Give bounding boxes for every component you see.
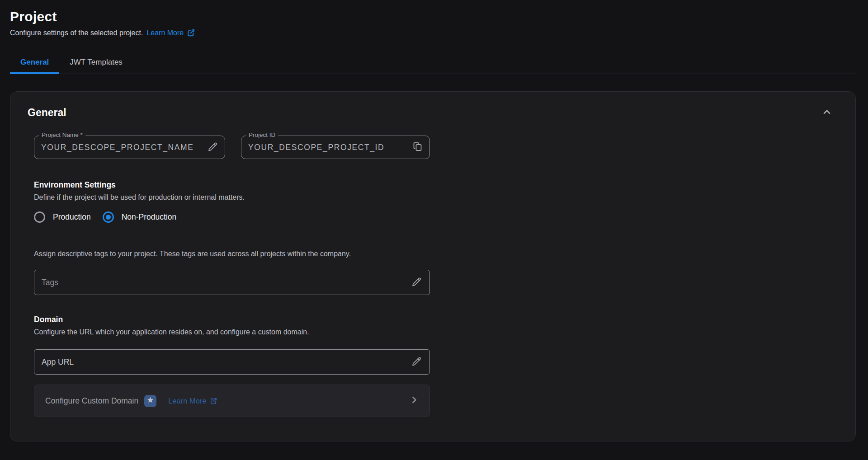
tab-bar: General JWT Templates (10, 53, 856, 74)
external-link-icon (210, 397, 217, 405)
tab-general[interactable]: General (10, 53, 59, 74)
edit-icon (411, 277, 422, 289)
project-settings-page: Project Configure settings of the select… (0, 9, 868, 441)
radio-production-label: Production (53, 212, 91, 222)
page-subtitle: Configure settings of the selected proje… (10, 28, 856, 37)
collapse-card-button[interactable] (820, 105, 834, 120)
project-name-value: YOUR_DESCOPE_PROJECT_NAME (41, 143, 207, 152)
edit-project-name-button[interactable] (207, 141, 219, 155)
edit-icon (208, 141, 218, 154)
project-id-value: YOUR_DESCOPE_PROJECT_ID (248, 143, 411, 152)
page-title: Project (10, 9, 856, 24)
general-settings-card: General Project Name * YOUR_DESCOPE_PROJ… (10, 91, 856, 441)
card-title: General (28, 107, 66, 119)
radio-non-production-label: Non-Production (122, 212, 177, 222)
environment-radio-group: Production Non-Production (34, 211, 430, 223)
star-icon (146, 396, 154, 406)
copy-icon (412, 141, 423, 154)
edit-icon (411, 356, 422, 368)
edit-app-url-button[interactable] (410, 355, 423, 369)
radio-option-production[interactable]: Production (34, 211, 91, 223)
card-header: General (28, 105, 834, 120)
radio-production-unselected[interactable] (34, 211, 45, 223)
project-id-label: Project ID (246, 131, 278, 138)
project-name-label: Project Name * (39, 131, 85, 138)
radio-option-non-production[interactable]: Non-Production (103, 211, 177, 223)
configure-custom-domain-label: Configure Custom Domain (45, 396, 138, 406)
radio-non-production-selected[interactable] (103, 211, 114, 223)
tags-description: Assign descriptive tags to your project.… (34, 250, 430, 258)
card-content: Project Name * YOUR_DESCOPE_PROJECT_NAME… (34, 136, 430, 417)
app-url-input[interactable] (42, 357, 406, 367)
external-link-icon (187, 28, 195, 37)
app-url-field[interactable] (34, 349, 430, 375)
project-id-field: Project ID YOUR_DESCOPE_PROJECT_ID (241, 136, 430, 159)
environment-settings-description: Define if the project will be used for p… (34, 193, 430, 202)
project-fields-row: Project Name * YOUR_DESCOPE_PROJECT_NAME… (34, 136, 430, 159)
environment-settings-heading: Environment Settings (34, 180, 430, 190)
page-subtitle-text: Configure settings of the selected proje… (10, 29, 143, 37)
project-name-field[interactable]: Project Name * YOUR_DESCOPE_PROJECT_NAME (34, 136, 225, 159)
tab-jwt-templates[interactable]: JWT Templates (59, 53, 133, 74)
copy-project-id-button[interactable] (411, 141, 424, 155)
configure-custom-domain-row[interactable]: Configure Custom Domain Learn More (34, 385, 430, 417)
tags-field[interactable] (34, 270, 430, 295)
domain-heading: Domain (34, 315, 430, 324)
premium-star-badge (144, 395, 156, 407)
custom-domain-learn-more-link[interactable]: Learn More (168, 397, 217, 405)
learn-more-link[interactable]: Learn More (146, 28, 195, 37)
tags-input[interactable] (42, 278, 406, 287)
chevron-up-icon (821, 106, 833, 119)
chevron-right-icon (409, 394, 420, 407)
edit-tags-button[interactable] (410, 276, 423, 290)
domain-description: Configure the URL which your application… (34, 328, 430, 336)
